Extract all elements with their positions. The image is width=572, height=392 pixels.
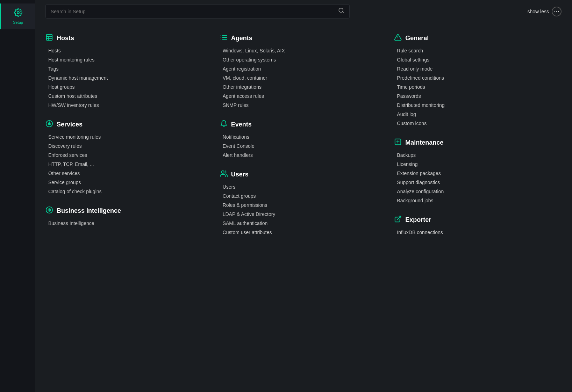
section-hosts: Hosts Hosts Host monitoring rules Tags D… bbox=[45, 34, 213, 109]
link-business-intelligence[interactable]: Business Intelligence bbox=[47, 220, 213, 227]
link-dynamic-host-management[interactable]: Dynamic host management bbox=[47, 74, 213, 81]
sidebar-item-setup[interactable]: Setup bbox=[0, 3, 35, 29]
link-global-settings[interactable]: Global settings bbox=[395, 56, 562, 63]
link-distributed-monitoring[interactable]: Distributed monitoring bbox=[395, 102, 562, 109]
link-other-os[interactable]: Other operating systems bbox=[221, 56, 387, 63]
bi-title: Business Intelligence bbox=[57, 207, 121, 215]
services-title: Services bbox=[57, 121, 83, 128]
users-icon bbox=[220, 170, 228, 179]
hosts-links: Hosts Host monitoring rules Tags Dynamic… bbox=[45, 47, 213, 109]
link-influxdb-connections[interactable]: InfluxDB connections bbox=[395, 229, 562, 236]
link-custom-icons[interactable]: Custom icons bbox=[395, 120, 562, 127]
users-title: Users bbox=[231, 171, 249, 178]
link-passwords[interactable]: Passwords bbox=[395, 93, 562, 100]
bi-icon bbox=[45, 206, 53, 216]
link-alert-handlers[interactable]: Alert handlers bbox=[221, 152, 387, 159]
link-backups[interactable]: Backups bbox=[395, 152, 562, 159]
link-other-services[interactable]: Other services bbox=[47, 170, 213, 177]
section-general: General Rule search Global settings Read… bbox=[394, 34, 562, 127]
section-services-header: Services bbox=[45, 120, 213, 129]
search-container[interactable] bbox=[45, 4, 350, 19]
link-support-diagnostics[interactable]: Support diagnostics bbox=[395, 179, 562, 186]
link-host-groups[interactable]: Host groups bbox=[47, 84, 213, 90]
svg-point-19 bbox=[221, 171, 224, 173]
link-snmp-rules[interactable]: SNMP rules bbox=[221, 102, 387, 109]
link-background-jobs[interactable]: Background jobs bbox=[395, 197, 562, 204]
link-saml-authentication[interactable]: SAML authentication bbox=[221, 220, 387, 227]
link-windows-linux-solaris-aix[interactable]: Windows, Linux, Solaris, AIX bbox=[221, 47, 387, 54]
link-custom-user-attributes[interactable]: Custom user attributes bbox=[221, 229, 387, 236]
svg-line-25 bbox=[397, 216, 401, 220]
link-users[interactable]: Users bbox=[221, 183, 387, 190]
section-exporter: Exporter InfluxDB connections bbox=[394, 215, 562, 236]
link-agent-registration[interactable]: Agent registration bbox=[221, 65, 387, 72]
link-audit-log[interactable]: Audit log bbox=[395, 111, 562, 118]
column-3: General Rule search Global settings Read… bbox=[394, 34, 562, 247]
agents-icon bbox=[220, 34, 228, 43]
link-service-groups[interactable]: Service groups bbox=[47, 179, 213, 186]
search-icon bbox=[338, 7, 344, 15]
column-2: Agents Windows, Linux, Solaris, AIX Othe… bbox=[220, 34, 387, 247]
svg-line-2 bbox=[342, 12, 343, 13]
link-tags[interactable]: Tags bbox=[47, 65, 213, 72]
link-service-monitoring-rules[interactable]: Service monitoring rules bbox=[47, 133, 213, 140]
link-extension-packages[interactable]: Extension packages bbox=[395, 170, 562, 177]
section-maintenance: Maintenance Backups Licensing Extension … bbox=[394, 138, 562, 204]
link-time-periods[interactable]: Time periods bbox=[395, 84, 562, 90]
section-users-header: Users bbox=[220, 170, 387, 179]
users-links: Users Contact groups Roles & permissions… bbox=[220, 183, 387, 236]
section-maintenance-header: Maintenance bbox=[394, 138, 562, 147]
hosts-icon bbox=[45, 34, 53, 43]
link-enforced-services[interactable]: Enforced services bbox=[47, 152, 213, 159]
section-exporter-header: Exporter bbox=[394, 215, 562, 225]
link-catalog-check-plugins[interactable]: Catalog of check plugins bbox=[47, 188, 213, 195]
link-licensing[interactable]: Licensing bbox=[395, 161, 562, 168]
link-roles-permissions[interactable]: Roles & permissions bbox=[221, 202, 387, 209]
link-agent-access-rules[interactable]: Agent access rules bbox=[221, 93, 387, 100]
link-contact-groups[interactable]: Contact groups bbox=[221, 193, 387, 199]
link-event-console[interactable]: Event Console bbox=[221, 143, 387, 150]
section-users: Users Users Contact groups Roles & permi… bbox=[220, 170, 387, 236]
link-read-only-mode[interactable]: Read only mode bbox=[395, 65, 562, 72]
general-title: General bbox=[405, 35, 429, 42]
section-bi-header: Business Intelligence bbox=[45, 206, 213, 216]
gear-icon bbox=[14, 8, 22, 19]
triangle-icon bbox=[394, 34, 402, 43]
link-discovery-rules[interactable]: Discovery rules bbox=[47, 143, 213, 150]
link-rule-search[interactable]: Rule search bbox=[395, 47, 562, 54]
agents-title: Agents bbox=[231, 35, 252, 42]
link-hosts[interactable]: Hosts bbox=[47, 47, 213, 54]
main-content: show less ⋯ bbox=[35, 0, 572, 392]
plus-square-icon bbox=[394, 138, 402, 147]
show-less-button[interactable]: ⋯ bbox=[552, 7, 562, 16]
link-predefined-conditions[interactable]: Predefined conditions bbox=[395, 74, 562, 81]
link-other-integrations[interactable]: Other integrations bbox=[221, 84, 387, 90]
services-icon bbox=[45, 120, 53, 129]
link-analyze-configuration[interactable]: Analyze configuration bbox=[395, 188, 562, 195]
events-title: Events bbox=[231, 121, 252, 128]
search-input[interactable] bbox=[51, 9, 335, 14]
events-links: Notifications Event Console Alert handle… bbox=[220, 133, 387, 159]
link-vm-cloud-container[interactable]: VM, cloud, container bbox=[221, 74, 387, 81]
export-icon bbox=[394, 215, 402, 225]
section-events: Events Notifications Event Console Alert… bbox=[220, 120, 387, 159]
link-notifications[interactable]: Notifications bbox=[221, 133, 387, 140]
svg-point-8 bbox=[48, 123, 50, 125]
exporter-title: Exporter bbox=[405, 216, 431, 224]
bell-icon bbox=[220, 120, 228, 129]
hosts-title: Hosts bbox=[57, 35, 74, 42]
svg-point-0 bbox=[17, 12, 19, 14]
show-less-container[interactable]: show less ⋯ bbox=[528, 7, 562, 16]
link-hwsw-inventory-rules[interactable]: HW/SW inventory rules bbox=[47, 102, 213, 109]
link-http-tcp-email[interactable]: HTTP, TCP, Email, ... bbox=[47, 161, 213, 168]
svg-rect-3 bbox=[47, 35, 52, 41]
general-links: Rule search Global settings Read only mo… bbox=[394, 47, 562, 127]
sections-grid: Hosts Hosts Host monitoring rules Tags D… bbox=[45, 34, 562, 247]
maintenance-title: Maintenance bbox=[405, 139, 443, 146]
link-ldap-active-directory[interactable]: LDAP & Active Directory bbox=[221, 211, 387, 218]
exporter-links: InfluxDB connections bbox=[394, 229, 562, 236]
link-host-monitoring-rules[interactable]: Host monitoring rules bbox=[47, 56, 213, 63]
link-custom-host-attributes[interactable]: Custom host attributes bbox=[47, 93, 213, 100]
agents-links: Windows, Linux, Solaris, AIX Other opera… bbox=[220, 47, 387, 109]
show-less-label: show less bbox=[528, 9, 549, 14]
